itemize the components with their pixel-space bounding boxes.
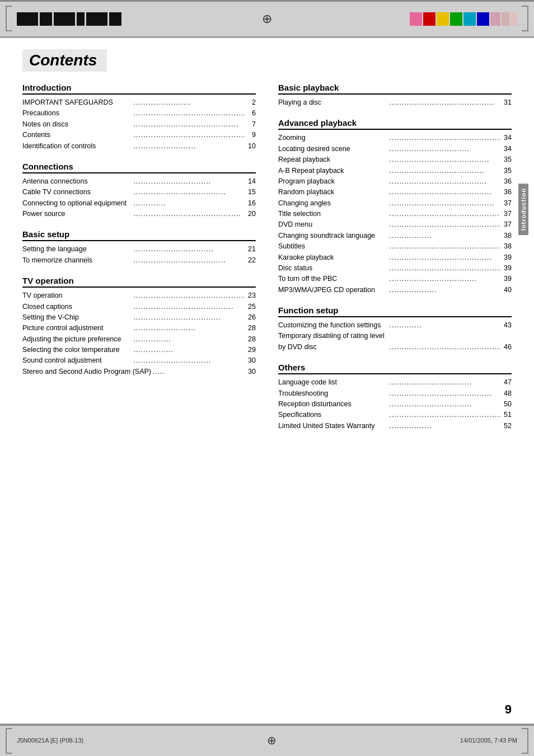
toc-dots: ........................................… <box>388 209 501 219</box>
toc-entry: TV operation ...........................… <box>22 290 256 301</box>
toc-page: 9 <box>245 130 256 140</box>
toc-label: Changing angles <box>278 198 388 209</box>
toc-page: 35 <box>500 154 512 165</box>
toc-page: 2 <box>245 97 256 108</box>
toc-label: Zooming <box>278 133 388 143</box>
toc-label: by DVD disc <box>278 342 388 353</box>
section-title-tv-operation: TV operation <box>22 276 256 288</box>
toc-label: Locating desired scene <box>278 144 388 154</box>
toc-label: Picture control adjustment <box>22 323 133 334</box>
toc-label: To memorize channels <box>22 255 133 266</box>
section-tv-operation: TV operation TV operation ..............… <box>22 276 256 377</box>
toc-dots: ................. <box>388 231 501 241</box>
toc-page: 37 <box>500 198 512 209</box>
toc-page: 37 <box>500 219 512 230</box>
toc-label: Customizing the function settings <box>278 320 388 331</box>
color-block-light3 <box>510 12 517 26</box>
toc-page: 14 <box>245 176 256 187</box>
toc-entry: Power source ...........................… <box>22 209 256 219</box>
toc-dots: ........................................… <box>388 133 501 143</box>
header-line-top <box>0 0 534 2</box>
color-block-light2 <box>502 12 509 26</box>
toc-label: Program playback <box>278 176 388 187</box>
page: ⊕ Contents Introduction <box>0 0 534 756</box>
toc-dots: ............................... <box>133 176 245 187</box>
toc-label: Language code list <box>278 377 388 388</box>
toc-page: 36 <box>500 187 512 198</box>
toc-dots: ........................................… <box>133 108 245 119</box>
black-block-5 <box>86 12 107 26</box>
toc-entry: Adjusting the picture preference .......… <box>22 334 256 345</box>
toc-label: Changing soundtrack language <box>278 231 388 241</box>
toc-label: DVD menu <box>278 219 388 230</box>
toc-entry: Playing a disc .........................… <box>278 97 512 108</box>
toc-entry: Precautions ............................… <box>22 108 256 119</box>
toc-label: A-B Repeat playback <box>278 166 388 176</box>
footer-compass-symbol: ⊕ <box>267 734 277 747</box>
toc-entry: MP3/WMA/JPEG CD operation ..............… <box>278 285 512 295</box>
toc-page: 30 <box>245 367 256 377</box>
title-container: Contents <box>22 49 107 72</box>
toc-page: 22 <box>245 255 256 266</box>
section-title-advanced-playback: Advanced playback <box>278 118 512 130</box>
section-basic-setup: Basic setup Setting the language .......… <box>22 229 256 266</box>
toc-entry: by DVD disc ............................… <box>278 342 512 353</box>
toc-dots: ........................................… <box>388 97 501 108</box>
toc-page: 39 <box>500 274 512 284</box>
toc-dots: ......................... <box>133 141 245 152</box>
section-title-connections: Connections <box>22 162 256 173</box>
toc-entry: Language code list .....................… <box>278 377 512 388</box>
toc-page: 48 <box>500 388 512 399</box>
toc-label: Precautions <box>22 108 133 119</box>
toc-entry: Changing soundtrack language ...........… <box>278 231 512 241</box>
toc-dots: ..................................... <box>133 187 245 198</box>
toc-page: 35 <box>500 166 512 176</box>
toc-entry: Limited United States Warranty .........… <box>278 421 512 431</box>
toc-page: 43 <box>500 320 512 331</box>
toc-dots: ........................................… <box>388 252 501 263</box>
toc-page: 30 <box>245 355 256 366</box>
toc-page: 46 <box>500 342 512 353</box>
toc-entry: To memorize channels ...................… <box>22 255 256 266</box>
toc-entry: Contents ...............................… <box>22 130 256 140</box>
toc-page: 36 <box>500 176 512 187</box>
toc-page: 29 <box>245 345 256 355</box>
toc-page: 39 <box>500 252 512 263</box>
page-number-large: 9 <box>505 702 512 717</box>
toc-dots: ............. <box>388 320 501 331</box>
side-tab: Introduction <box>518 184 528 235</box>
toc-entry: Setting the V-Chip .....................… <box>22 312 256 323</box>
toc-label: Stereo and Second Audio Program (SAP) <box>22 367 151 377</box>
toc-entry: To turn off the PBC ....................… <box>278 274 512 284</box>
toc-label: IMPORTANT SAFEGUARDS <box>22 97 133 108</box>
toc-entry: Random playback ........................… <box>278 187 512 198</box>
toc-entry: Cable TV connections ...................… <box>22 187 256 198</box>
section-title-introduction: Introduction <box>22 83 256 95</box>
toc-page: 38 <box>500 231 512 241</box>
section-function-setup: Function setup Customizing the function … <box>278 306 512 353</box>
toc-entry: Subtitles ..............................… <box>278 241 512 252</box>
section-title-basic-setup: Basic setup <box>22 229 256 241</box>
left-column: Introduction IMPORTANT SAFEGUARDS ......… <box>22 83 256 442</box>
toc-label: Temporary disabling of rating level <box>278 331 512 341</box>
toc-entry: Stereo and Second Audio Program (SAP) ..… <box>22 367 256 377</box>
toc-dots: ........................................… <box>388 410 501 420</box>
toc-page: 51 <box>500 410 512 420</box>
toc-label: Playing a disc <box>278 97 388 108</box>
footer: J5N00621A [E] (P08-13) ⊕ 14/01/2005, 7:4… <box>0 724 534 756</box>
page-title: Contents <box>29 51 97 69</box>
color-block-yellow <box>437 12 449 26</box>
toc-entry: Karaoke playback .......................… <box>278 252 512 263</box>
toc-entry: Selecting the color temperature ........… <box>22 345 256 355</box>
toc-entry: Changing angles ........................… <box>278 198 512 209</box>
toc-page: 6 <box>245 108 256 119</box>
toc-label: Power source <box>22 209 133 219</box>
header-line-bottom <box>0 36 534 37</box>
toc-dots: ....................................... <box>388 176 501 187</box>
toc-page: 38 <box>500 241 512 252</box>
toc-dots: ................................ <box>133 244 245 255</box>
toc-entry: Picture control adjustment .............… <box>22 323 256 334</box>
toc-label: Random playback <box>278 187 388 198</box>
toc-label: Identification of controls <box>22 141 133 152</box>
black-block-6 <box>109 12 121 26</box>
